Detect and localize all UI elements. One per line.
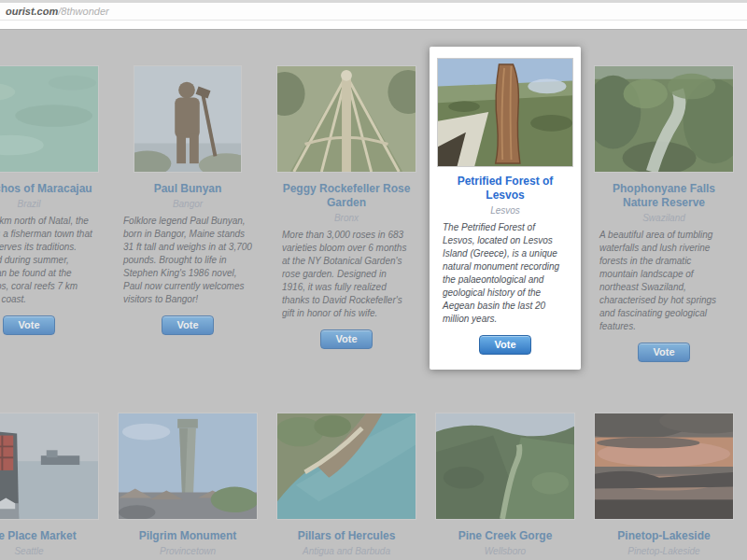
card-location: Bronx [276,213,416,223]
card-location: Bangor [118,199,258,209]
card-title-link[interactable]: Peggy Rockefeller Rose Garden [282,182,411,210]
card-location: Lesvos [437,205,573,216]
card-pike-place-market[interactable]: Pike Place Market Seattle [0,405,105,560]
photo-pinetop-lakeside-sunset[interactable] [594,413,734,522]
vote-button[interactable]: Vote [3,315,54,335]
card-title-link[interactable]: Paul Bunyan [123,182,252,196]
page-top-gap [0,21,747,30]
card-location: Pinetop-Lakeside [594,546,734,556]
card-title-link[interactable]: Pilgrim Monument [123,529,252,543]
vote-button[interactable]: Vote [162,315,213,335]
card-description: More than 3,000 roses in 683 varieties b… [282,229,411,320]
card-description: A beautiful area of tumbling waterfalls … [599,229,728,333]
url-path-text: /8thwonder [58,6,108,17]
card-row-1: Parrachos of Maracajau Brazil Only 25 km… [0,58,747,370]
wonder-voting-grid: Parrachos of Maracajau Brazil Only 25 km… [0,30,747,560]
address-bar[interactable]: ourist.com /8thwonder [0,3,747,21]
photo-paul-bunyan-statue[interactable] [118,65,258,175]
photo-phophonyane-forest[interactable] [594,65,734,175]
url-domain-text: ourist.com [6,6,58,17]
card-description: Only 25 km north of Natal, the village i… [0,215,93,306]
card-title-link[interactable]: Petrified Forest of Lesvos [443,175,568,203]
photo-rose-garden-aerial[interactable] [276,65,416,175]
card-location: Swaziland [594,213,734,223]
card-title-link[interactable]: Pike Place Market [0,529,93,543]
photo-petrified-trunk[interactable] [437,58,573,167]
card-title-link[interactable]: Pillars of Hercules [282,529,411,543]
card-title-link[interactable]: Parrachos of Maracajau [0,182,93,196]
card-location: Seattle [0,546,99,556]
card-peggy-rockefeller-rose-garden[interactable]: Peggy Rockefeller Rose Garden Bronx More… [271,58,422,370]
card-parrachos-of-maracajau[interactable]: Parrachos of Maracajau Brazil Only 25 km… [0,58,105,370]
vote-button[interactable]: Vote [320,329,372,349]
photo-pike-place-sign[interactable] [0,413,99,522]
card-paul-bunyan[interactable]: Paul Bunyan Bangor Folklore legend Paul … [112,58,263,370]
vote-button[interactable]: Vote [479,335,530,355]
photo-pine-creek-gorge-valley[interactable] [435,413,575,522]
card-pilgrim-monument[interactable]: Pilgrim Monument Provincetown [112,405,263,560]
photo-pillars-of-hercules-coast[interactable] [276,413,416,522]
card-pine-creek-gorge[interactable]: Pine Creek Gorge Wellsboro [430,405,581,560]
card-title-link[interactable]: Phophonyane Falls Nature Reserve [599,182,728,210]
photo-pilgrim-monument-tower[interactable] [118,413,258,522]
card-petrified-forest-of-lesvos[interactable]: Petrified Forest of Lesvos Lesvos The Pe… [430,47,581,370]
browser-chrome: ourist.com /8thwonder [0,0,747,30]
card-pillars-of-hercules[interactable]: Pillars of Hercules Antigua and Barbuda [271,405,422,560]
card-title-link[interactable]: Pine Creek Gorge [441,529,570,543]
card-phophonyane-falls-nature-reserve[interactable]: Phophonyane Falls Nature Reserve Swazila… [588,58,740,370]
photo-parrachos-sea[interactable] [0,65,99,175]
card-location: Provincetown [118,546,258,556]
card-row-2: Pike Place Market Seattle [0,405,747,560]
card-title-link[interactable]: Pinetop-Lakeside [599,529,728,543]
card-pinetop-lakeside[interactable]: Pinetop-Lakeside Pinetop-Lakeside [588,405,740,560]
card-location: Wellsboro [435,546,575,556]
card-description: The Petrified Forest of Lesvos, located … [443,221,568,326]
card-description: Folklore legend Paul Bunyan, born in Ban… [123,215,252,306]
card-location: Antigua and Barbuda [276,546,416,556]
vote-button[interactable]: Vote [638,343,689,362]
card-location: Brazil [0,199,99,209]
